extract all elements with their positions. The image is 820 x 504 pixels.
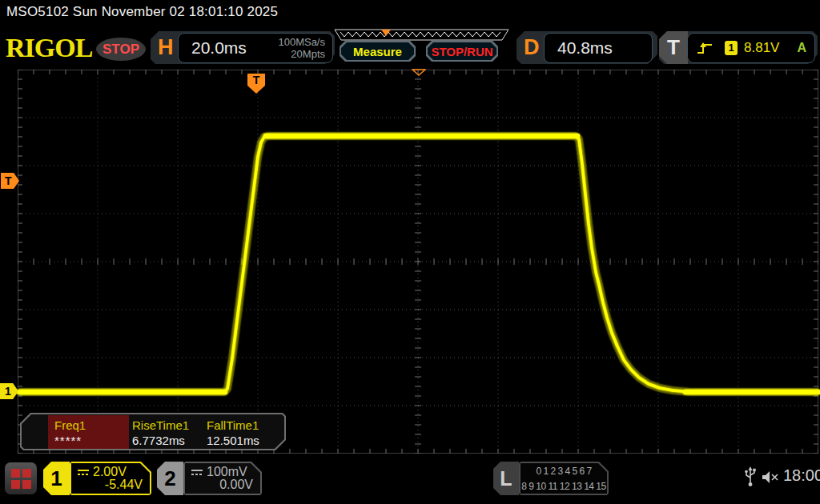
channel1-tab[interactable]: 1	[43, 462, 70, 495]
oscilloscope-screen: MSO5102 Sun November 02 18:01:10 2025 RI…	[0, 0, 820, 504]
logic-channels-box[interactable]: 0 1 2 3 4 5 6 7 8 9 10 11 12 13 14 15	[519, 462, 609, 495]
measure-button-label: Measure	[341, 42, 414, 60]
channel1-offset: -5.44V	[105, 478, 143, 492]
measurement-label-freq: Freq1	[54, 418, 86, 432]
timebase-value: 20.0ms	[191, 38, 278, 58]
delay-label: D	[524, 31, 540, 64]
speaker-muted-icon[interactable]	[761, 470, 780, 485]
usb-icon	[745, 466, 756, 487]
measurement-label-fall: FallTime1	[207, 418, 259, 432]
measurement-value-rise: 6.7732ms	[132, 434, 185, 447]
measurement-overlay[interactable]: Freq1 ***** RiseTime1 6.7732ms FallTime1…	[20, 413, 286, 450]
trigger-box[interactable]: 1 8.81V A	[687, 33, 815, 63]
delay-box[interactable]: 40.8ms	[544, 33, 653, 63]
sample-rate-stack: 100MSa/s 20Mpts	[278, 36, 325, 60]
logic-row-8-15: 8 9 10 11 12 13 14 15	[521, 479, 607, 494]
channel1-status-box[interactable]: 2.00V -5.44V	[70, 462, 151, 495]
trigger-sweep-mode: A	[797, 41, 806, 55]
trigger-level-value: 8.81V	[744, 40, 797, 56]
channel2-tab[interactable]: 2	[157, 462, 183, 495]
trigger-tab-label: T	[659, 31, 688, 64]
horizontal-center-marker	[412, 69, 426, 76]
rigol-logo: RIGOL	[6, 33, 92, 63]
stop-run-button-label: STOP/RUN	[428, 42, 496, 60]
measurement-value-freq: *****	[54, 434, 82, 447]
trigger-position-flag[interactable]: T	[247, 73, 266, 94]
logic-row-0-7: 0 1 2 3 4 5 6 7	[521, 464, 607, 479]
menu-grid-icon	[11, 469, 30, 488]
sample-rate: 100MSa/s	[278, 36, 325, 48]
channel2-offset: 0.00V	[219, 478, 253, 492]
dc-coupling-icon	[191, 468, 203, 477]
menu-button[interactable]	[5, 462, 37, 494]
measure-button[interactable]: Measure	[340, 41, 416, 62]
trigger-source-badge: 1	[725, 41, 738, 55]
window-title: MSO5102 Sun November 02 18:01:10 2025	[6, 4, 278, 20]
trigger-flag-letter: T	[253, 74, 260, 86]
memory-depth: 20Mpts	[291, 48, 325, 60]
measurement-label-rise: RiseTime1	[132, 418, 189, 432]
measurement-overlay-face: Freq1 ***** RiseTime1 6.7732ms FallTime1…	[22, 414, 284, 449]
stop-run-button[interactable]: STOP/RUN	[426, 41, 498, 62]
delay-value: 40.8ms	[557, 38, 613, 58]
edge-trigger-icon	[696, 40, 713, 56]
acquisition-state-badge: STOP	[96, 38, 146, 61]
dc-coupling-icon	[77, 468, 90, 477]
logic-channels-tab[interactable]: L	[493, 462, 519, 495]
clock-display: 18:00	[783, 466, 820, 485]
channel2-status-box[interactable]: 100mV 0.00V	[183, 462, 262, 495]
horizontal-label: H	[158, 31, 174, 64]
measurement-value-fall: 12.501ms	[207, 434, 259, 447]
record-position-bar[interactable]	[334, 29, 510, 41]
channel1-waveform	[0, 70, 820, 454]
timebase-box[interactable]: 20.0ms 100MSa/s 20Mpts	[178, 33, 333, 63]
